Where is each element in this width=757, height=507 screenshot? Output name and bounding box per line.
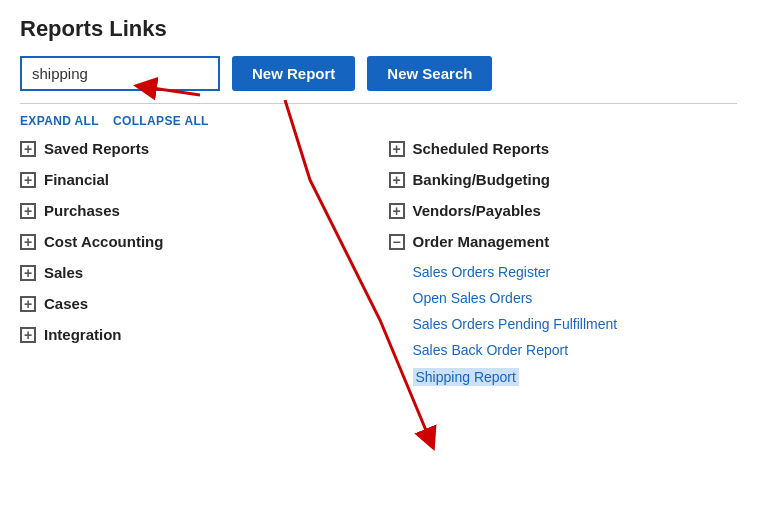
- menu-item-order-management[interactable]: −Order Management: [389, 233, 738, 250]
- menu-item-label-integration: Integration: [44, 326, 122, 343]
- submenu-link-sales-back-order-report[interactable]: Sales Back Order Report: [413, 342, 738, 358]
- plus-icon: +: [20, 327, 36, 343]
- menu-item-cases[interactable]: +Cases: [20, 295, 369, 312]
- plus-icon: +: [20, 265, 36, 281]
- menu-item-financial[interactable]: +Financial: [20, 171, 369, 188]
- submenu-link-sales-orders-register[interactable]: Sales Orders Register: [413, 264, 738, 280]
- new-search-button[interactable]: New Search: [367, 56, 492, 91]
- plus-icon: +: [20, 203, 36, 219]
- menu-item-scheduled-reports[interactable]: +Scheduled Reports: [389, 140, 738, 157]
- menu-item-vendors-payables[interactable]: +Vendors/Payables: [389, 202, 738, 219]
- columns: +Saved Reports+Financial+Purchases+Cost …: [20, 140, 737, 396]
- expand-all-button[interactable]: EXPAND ALL: [20, 114, 99, 128]
- expand-collapse-row: EXPAND ALL COLLAPSE ALL: [20, 114, 737, 128]
- submenu-link-shipping-report[interactable]: Shipping Report: [413, 368, 519, 386]
- plus-icon: +: [20, 296, 36, 312]
- menu-item-integration[interactable]: +Integration: [20, 326, 369, 343]
- plus-icon: +: [20, 234, 36, 250]
- menu-item-label-order-management: Order Management: [413, 233, 550, 250]
- menu-item-label-saved-reports: Saved Reports: [44, 140, 149, 157]
- left-column: +Saved Reports+Financial+Purchases+Cost …: [20, 140, 379, 396]
- menu-item-label-vendors-payables: Vendors/Payables: [413, 202, 541, 219]
- menu-item-label-banking-budgeting: Banking/Budgeting: [413, 171, 551, 188]
- plus-icon: +: [389, 203, 405, 219]
- plus-icon: +: [20, 141, 36, 157]
- menu-item-label-sales: Sales: [44, 264, 83, 281]
- menu-item-label-financial: Financial: [44, 171, 109, 188]
- menu-item-label-cost-accounting: Cost Accounting: [44, 233, 163, 250]
- submenu-link-open-sales-orders[interactable]: Open Sales Orders: [413, 290, 738, 306]
- divider: [20, 103, 737, 104]
- menu-item-cost-accounting[interactable]: +Cost Accounting: [20, 233, 369, 250]
- page-title: Reports Links: [20, 16, 737, 42]
- minus-icon: −: [389, 234, 405, 250]
- menu-item-banking-budgeting[interactable]: +Banking/Budgeting: [389, 171, 738, 188]
- plus-icon: +: [389, 172, 405, 188]
- menu-item-saved-reports[interactable]: +Saved Reports: [20, 140, 369, 157]
- menu-item-label-scheduled-reports: Scheduled Reports: [413, 140, 550, 157]
- menu-item-label-purchases: Purchases: [44, 202, 120, 219]
- menu-item-purchases[interactable]: +Purchases: [20, 202, 369, 219]
- new-report-button[interactable]: New Report: [232, 56, 355, 91]
- collapse-all-button[interactable]: COLLAPSE ALL: [113, 114, 209, 128]
- plus-icon: +: [20, 172, 36, 188]
- plus-icon: +: [389, 141, 405, 157]
- submenu-link-sales-orders-pending[interactable]: Sales Orders Pending Fulfillment: [413, 316, 738, 332]
- menu-item-label-cases: Cases: [44, 295, 88, 312]
- menu-item-sales[interactable]: +Sales: [20, 264, 369, 281]
- right-column: +Scheduled Reports+Banking/Budgeting+Ven…: [379, 140, 738, 396]
- top-bar: New Report New Search: [20, 56, 737, 91]
- search-input[interactable]: [20, 56, 220, 91]
